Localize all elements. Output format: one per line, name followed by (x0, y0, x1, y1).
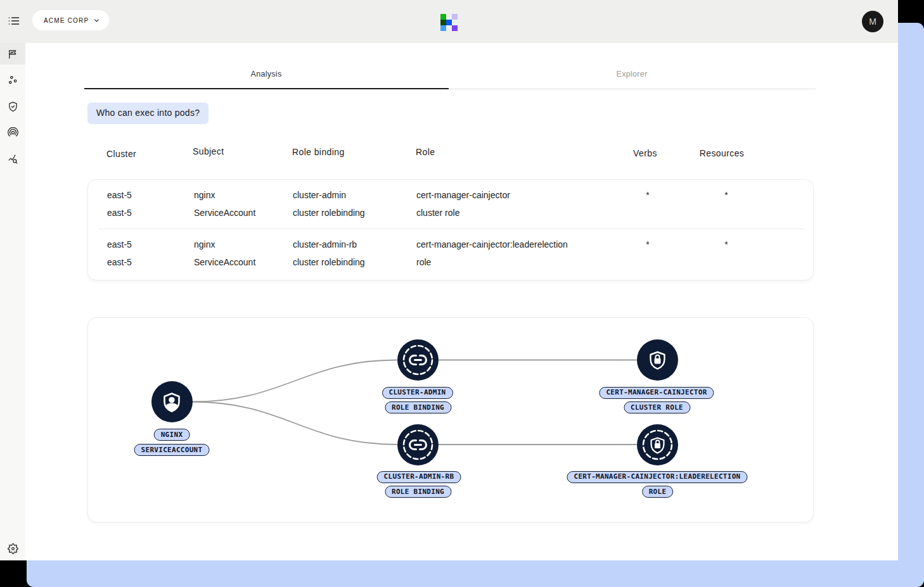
col-verbs: Verbs (633, 147, 657, 160)
chip-cainjector[interactable]: CERT-MANAGER-CAINJECTOR (599, 387, 714, 399)
user-menu[interactable]: M (862, 11, 883, 32)
node-role2[interactable] (637, 424, 678, 465)
query-chip[interactable]: Who can exec into pods? (87, 103, 209, 124)
chip-role-binding-1[interactable]: ROLE BINDING (385, 401, 451, 413)
chip-cluster-admin[interactable]: CLUSTER-ADMIN (382, 387, 453, 399)
chip-leaderelection[interactable]: CERT-MANAGER-CAINJECTOR:LEADERELECTION (567, 471, 747, 483)
tab-explorer[interactable]: Explorer (568, 68, 695, 80)
node-rb1[interactable] (397, 339, 439, 381)
nav-policies[interactable] (0, 96, 25, 117)
col-subject: Subject (193, 145, 224, 158)
tab-underline-rest (449, 89, 816, 89)
col-cluster: Cluster (106, 148, 136, 161)
menu-toggle[interactable] (7, 15, 21, 28)
node-role1[interactable] (637, 339, 678, 381)
chip-cluster-role[interactable]: CLUSTER ROLE (624, 401, 690, 413)
app: ACME CORP M (0, 0, 898, 560)
col-role: Role (416, 146, 435, 159)
org-switcher[interactable]: ACME CORP (32, 10, 109, 30)
chip-role[interactable]: ROLE (642, 486, 674, 498)
col-resources: Resources (700, 147, 745, 160)
nav-reports[interactable] (0, 148, 25, 170)
chip-serviceaccount[interactable]: SERVICEACCOUNT (134, 444, 210, 456)
nav-scans[interactable] (0, 122, 25, 143)
node-rb2[interactable] (397, 424, 439, 465)
sidebar (0, 43, 25, 560)
top-header: ACME CORP M (0, 0, 898, 43)
rbac-analysis-page: ACME CORP M (0, 0, 924, 587)
tab-underline (84, 88, 449, 89)
chip-nginx[interactable]: NGINX (154, 429, 190, 441)
tab-analysis[interactable]: Analysis (203, 68, 330, 80)
node-subject[interactable] (151, 381, 193, 422)
chip-role-binding-2[interactable]: ROLE BINDING (385, 486, 451, 498)
chip-cluster-admin-rb[interactable]: CLUSTER-ADMIN-RB (377, 471, 461, 483)
nav-graph[interactable] (0, 69, 25, 91)
logo (440, 14, 458, 31)
nav-settings[interactable] (0, 538, 25, 559)
nav-analysis[interactable] (0, 43, 25, 65)
results-table: east-5 nginx cluster-admin cert-manager-… (87, 179, 814, 281)
col-rolebinding: Role binding (292, 146, 345, 159)
